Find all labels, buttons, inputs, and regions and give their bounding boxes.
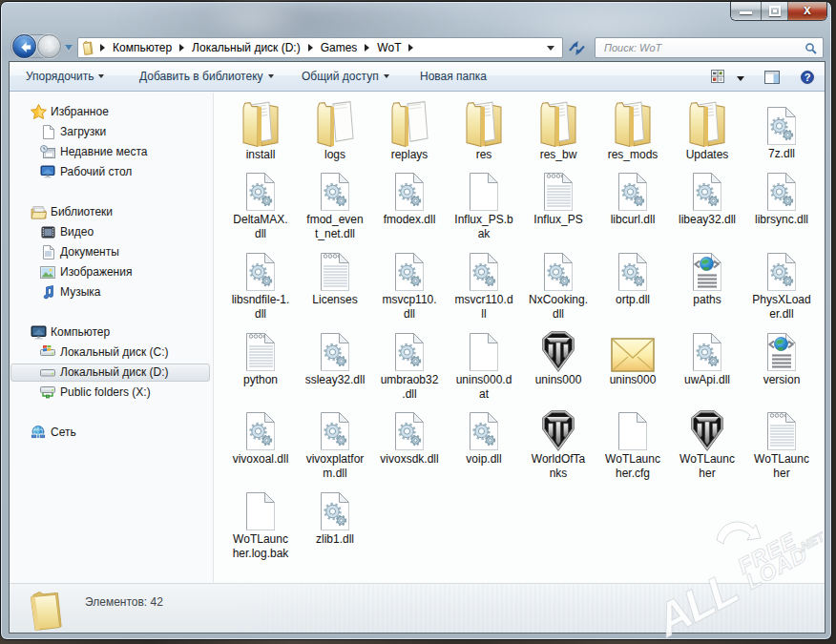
svg-text:?: ? — [805, 72, 811, 83]
